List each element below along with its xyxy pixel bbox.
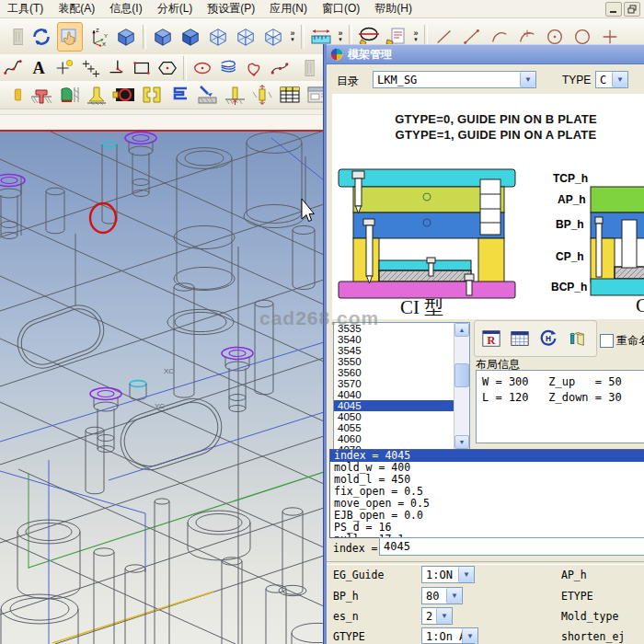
- scroll-up-icon[interactable]: ▲: [454, 323, 469, 337]
- size-list-item[interactable]: 3550: [334, 356, 454, 367]
- catalog-value: LKM_SG: [374, 74, 520, 86]
- mold-lifter-icon[interactable]: [250, 83, 274, 107]
- chevron-down-icon[interactable]: ▼: [458, 567, 474, 582]
- size-list-item[interactable]: 4045: [334, 400, 454, 411]
- form-row-es-n: es_n 2▼ Mold_type: [327, 606, 644, 627]
- cube-open-icon[interactable]: [261, 23, 285, 51]
- scroll-down-icon[interactable]: ▼: [454, 435, 469, 449]
- menu-item-2[interactable]: 信息(I): [102, 0, 149, 18]
- pan-icon[interactable]: [57, 22, 83, 52]
- cube-shaded-alt-icon[interactable]: >: [178, 23, 202, 51]
- closed-curve-icon[interactable]: [243, 57, 265, 79]
- toolbar-separator: [301, 25, 305, 49]
- point-icon[interactable]: [53, 57, 75, 79]
- points-icon[interactable]: [79, 57, 101, 79]
- cube-wireframe-alt-icon[interactable]: [234, 23, 258, 51]
- csys-icon[interactable]: ZYX: [86, 23, 110, 51]
- gtype-label: GTYPE: [333, 630, 365, 643]
- rotate-h-icon[interactable]: H: [535, 326, 561, 351]
- type-value: C: [596, 74, 612, 86]
- index-value: 4045: [380, 540, 644, 553]
- size-list-item[interactable]: 3570: [334, 378, 454, 389]
- layout-line-1: W = 300 Z_up = 50: [482, 375, 622, 388]
- layout-line-2: L = 120 Z_down = 30: [482, 391, 622, 404]
- type-label: TYPE: [562, 74, 591, 86]
- ellipse-icon[interactable]: [191, 57, 213, 79]
- es-n-dropdown[interactable]: 2▼: [421, 607, 453, 625]
- shaded-view-icon[interactable]: >: [114, 23, 138, 51]
- index-input[interactable]: 4045: [379, 537, 644, 556]
- chevron-down-icon[interactable]: ▼: [520, 72, 535, 87]
- bp-h-dropdown[interactable]: 80▼: [421, 587, 463, 604]
- properties-list[interactable]: index = 4045mold_w = 400mold_l = 450fix_…: [329, 449, 644, 538]
- restore-button[interactable]: [624, 2, 640, 17]
- menu-item-1[interactable]: 装配(A): [51, 0, 102, 18]
- chevron-down-icon[interactable]: ▼: [446, 588, 462, 604]
- mold-frame-icon[interactable]: [140, 83, 164, 107]
- svg-text:Z: Z: [96, 28, 99, 33]
- size-list-item[interactable]: 3540: [334, 334, 454, 345]
- chevron-down-icon[interactable]: ▼: [436, 608, 452, 624]
- svg-text:A: A: [32, 59, 45, 77]
- size-list-item[interactable]: 4055: [334, 422, 454, 433]
- clipped-icon[interactable]: [294, 57, 316, 79]
- menu-item-0[interactable]: 工具(T): [0, 0, 51, 18]
- mold-pin-icon[interactable]: [223, 83, 247, 107]
- mold-ejector-icon[interactable]: [167, 83, 191, 107]
- size-list-item[interactable]: 4060: [334, 433, 454, 444]
- type-dropdown[interactable]: C ▼: [595, 71, 628, 88]
- clipped-yellow-icon[interactable]: [2, 83, 26, 107]
- cube-shaded-icon[interactable]: >: [151, 23, 175, 51]
- minimize-button[interactable]: [605, 2, 622, 17]
- caption-right-type: C: [636, 294, 644, 317]
- form-row-bp-h: BP_h 80▼ ETYPE: [327, 586, 644, 606]
- dialog-title: 模架管理: [348, 47, 392, 63]
- curve-points-icon[interactable]: [269, 57, 291, 79]
- scrollbar-thumb[interactable]: [454, 363, 469, 387]
- menu-item-3[interactable]: 分析(L): [150, 0, 201, 18]
- rename-checkbox[interactable]: [600, 334, 614, 348]
- dialog-toolbar: RH: [474, 320, 597, 357]
- menu-item-4[interactable]: 预设置(P): [200, 0, 262, 18]
- size-list-item[interactable]: 3545: [334, 345, 454, 356]
- mold-support-icon[interactable]: [85, 83, 109, 107]
- size-list-item[interactable]: 4050: [334, 411, 454, 422]
- mold-size-list[interactable]: 3535354035453550356035704040404540504055…: [333, 322, 470, 450]
- mold-drill-icon[interactable]: [195, 83, 219, 107]
- size-list-item[interactable]: 4040: [334, 389, 454, 400]
- catalog-dropdown[interactable]: LKM_SG ▼: [373, 71, 536, 88]
- overflow-chevron-icon[interactable]: »▼: [287, 23, 298, 51]
- mold-bolt-icon[interactable]: [29, 83, 53, 107]
- bolt-3d-icon[interactable]: [564, 326, 590, 351]
- helix-icon[interactable]: [217, 57, 239, 79]
- chevron-down-icon[interactable]: ▼: [612, 72, 627, 87]
- graphics-viewport[interactable]: XCYC: [0, 132, 324, 644]
- gtype-note-1: GTYPE=0, GUIDE PIN ON B PLATE: [367, 112, 625, 126]
- register-icon[interactable]: R: [478, 326, 504, 351]
- application-window: 工具(T)装配(A)信息(I)分析(L)预设置(P)应用(N)窗口(O)帮助(H…: [0, 0, 644, 644]
- cube-wireframe-icon[interactable]: [206, 23, 230, 51]
- svg-text:H: H: [546, 335, 551, 343]
- dialog-titlebar[interactable]: 模架管理: [327, 44, 644, 64]
- mold-locating-ring-icon[interactable]: [112, 83, 136, 107]
- clipped-icon[interactable]: [2, 23, 26, 51]
- size-list-item[interactable]: 3560: [334, 367, 454, 378]
- text-icon[interactable]: A: [28, 57, 50, 79]
- menu-item-6[interactable]: 窗口(O): [315, 0, 367, 18]
- spline-icon[interactable]: [2, 57, 24, 79]
- polygon-icon[interactable]: [156, 57, 178, 79]
- menu-item-7[interactable]: 帮助(H): [367, 0, 420, 18]
- orbit-icon[interactable]: [29, 23, 53, 51]
- mold-diagram-panel: GTYPE=0, GUIDE PIN ON B PLATE GTYPE=1, G…: [332, 94, 644, 319]
- mold-grid-icon[interactable]: [278, 83, 302, 107]
- menu-item-5[interactable]: 应用(N): [262, 0, 315, 18]
- rectangle-icon[interactable]: [131, 57, 153, 79]
- table-icon[interactable]: [507, 326, 533, 351]
- eg-guide-dropdown[interactable]: 1:ON▼: [421, 566, 475, 583]
- shorten-ej-label: shorten_ej: [561, 630, 625, 643]
- corner-icon[interactable]: [105, 57, 127, 79]
- svg-text:XC: XC: [164, 367, 174, 375]
- mold-clamp-icon[interactable]: [57, 83, 81, 107]
- svg-text:YC: YC: [155, 402, 165, 410]
- scrollbar[interactable]: ▲ ▼: [454, 323, 469, 449]
